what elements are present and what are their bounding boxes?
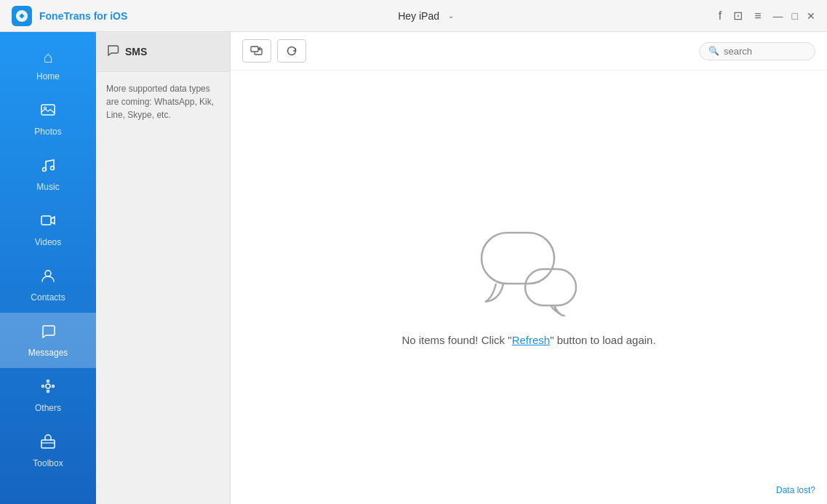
photos-icon	[40, 102, 56, 122]
chevron-down-icon[interactable]: ⌄	[448, 12, 454, 20]
empty-message: No items found! Click "Refresh" button t…	[401, 334, 655, 346]
svg-point-7	[46, 384, 50, 388]
sidebar-item-home[interactable]: ⌂ Home	[0, 38, 96, 92]
svg-rect-12	[41, 440, 55, 448]
facebook-icon[interactable]: f	[719, 9, 722, 23]
svg-point-9	[52, 385, 55, 388]
chat-bubbles-illustration	[478, 229, 580, 316]
sidebar-label-others: Others	[35, 403, 61, 413]
search-box[interactable]: 🔍	[699, 42, 815, 60]
titlebar-right: f ⊡ ≡ — □ ✕	[719, 9, 815, 23]
left-panel: SMS More supported data types are coming…	[96, 32, 231, 504]
empty-state: No items found! Click "Refresh" button t…	[231, 71, 827, 504]
svg-rect-5	[41, 216, 51, 225]
sidebar-item-photos[interactable]: Photos	[0, 92, 96, 147]
app-title: FoneTrans for iOS	[39, 10, 127, 22]
search-icon: 🔍	[708, 46, 719, 56]
sidebar-item-messages[interactable]: Messages	[0, 313, 96, 368]
close-button[interactable]: ✕	[807, 10, 815, 22]
data-lost-link[interactable]: Data lost?	[776, 485, 815, 495]
svg-rect-16	[525, 269, 576, 305]
sms-header: SMS	[96, 32, 230, 72]
svg-rect-15	[482, 233, 554, 284]
sidebar-label-music: Music	[36, 182, 59, 192]
sidebar-label-photos: Photos	[34, 127, 61, 137]
sidebar-item-videos[interactable]: Videos	[0, 202, 96, 257]
sidebar-label-messages: Messages	[28, 348, 68, 358]
titlebar: FoneTrans for iOS Hey iPad ⌄ f ⊡ ≡ — □ ✕	[0, 0, 827, 32]
sms-label: SMS	[125, 46, 147, 57]
svg-rect-14	[251, 47, 258, 52]
sidebar-label-home: Home	[36, 71, 60, 81]
sidebar-item-music[interactable]: Music	[0, 147, 96, 202]
menu-icon[interactable]: ≡	[754, 9, 761, 23]
sidebar-label-videos: Videos	[35, 237, 61, 247]
sms-icon	[106, 44, 119, 60]
app-logo	[12, 6, 32, 26]
others-icon	[40, 378, 56, 399]
message-icon[interactable]: ⊡	[733, 9, 743, 23]
sidebar-label-toolbox: Toolbox	[33, 458, 63, 468]
supported-text: More supported data types are coming: Wh…	[96, 72, 230, 132]
content-area: 🔍 No items found! Click "Refresh" but	[231, 32, 827, 504]
svg-point-11	[47, 391, 49, 393]
messages-icon	[40, 323, 56, 343]
svg-point-3	[43, 168, 47, 172]
titlebar-left: FoneTrans for iOS	[12, 6, 127, 26]
search-input[interactable]	[724, 46, 804, 57]
contacts-icon	[40, 268, 56, 288]
sidebar: ⌂ Home Photos Music	[0, 32, 96, 504]
titlebar-center: Hey iPad ⌄	[392, 10, 454, 22]
svg-rect-1	[41, 105, 55, 115]
svg-point-4	[51, 167, 55, 170]
content-toolbar: 🔍	[231, 32, 827, 71]
minimize-button[interactable]: —	[773, 10, 783, 22]
window-controls: — □ ✕	[773, 10, 815, 22]
toolbar-left	[242, 39, 306, 63]
sidebar-item-others[interactable]: Others	[0, 368, 96, 423]
device-name: Hey iPad	[398, 10, 439, 22]
refresh-button[interactable]	[277, 39, 306, 63]
maximize-button[interactable]: □	[792, 10, 798, 22]
videos-icon	[40, 212, 56, 233]
home-icon: ⌂	[43, 48, 52, 67]
main-layout: ⌂ Home Photos Music	[0, 32, 827, 504]
sidebar-item-contacts[interactable]: Contacts	[0, 257, 96, 313]
svg-point-6	[45, 271, 51, 276]
svg-point-10	[47, 380, 49, 383]
svg-point-8	[42, 385, 44, 388]
refresh-link[interactable]: Refresh	[512, 334, 551, 346]
transfer-button[interactable]	[242, 39, 271, 63]
sidebar-label-contacts: Contacts	[31, 292, 65, 303]
toolbox-icon	[40, 433, 56, 454]
sidebar-item-toolbox[interactable]: Toolbox	[0, 423, 96, 479]
music-icon	[40, 157, 56, 177]
